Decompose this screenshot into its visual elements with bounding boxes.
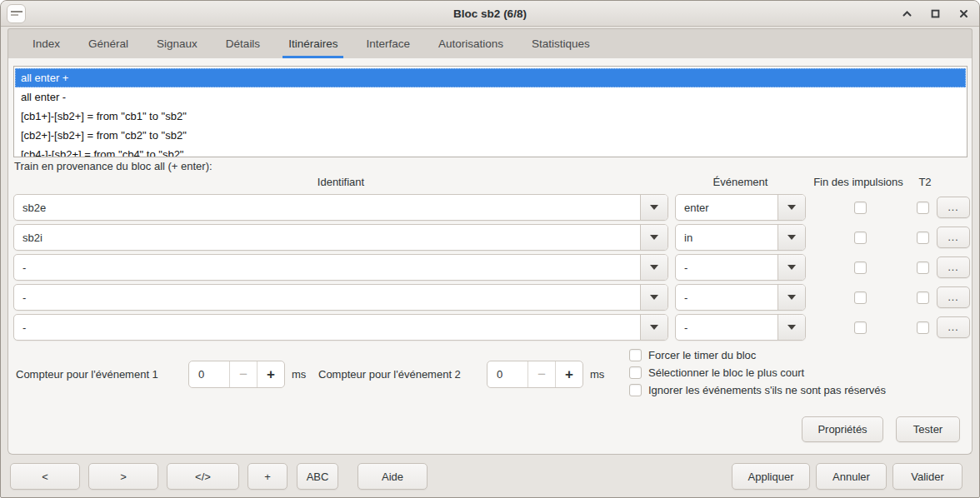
evenement-value: enter: [676, 195, 778, 220]
tab-label: Itinéraires: [288, 37, 338, 50]
fin-impulsions-checkbox-row3[interactable]: [854, 261, 867, 274]
counter2-unit: ms: [590, 368, 604, 381]
t2-checkbox-row5[interactable]: [917, 321, 929, 334]
identifiant-combo-row1[interactable]: sb2e: [13, 194, 668, 221]
valider-button[interactable]: Valider: [892, 463, 962, 490]
identifiant-combo-row2[interactable]: sb2i: [13, 224, 668, 251]
ignorer-evenements-checkbox[interactable]: [629, 384, 642, 396]
tab-details[interactable]: Détails: [212, 29, 274, 58]
tab-itineraires[interactable]: Itinéraires: [274, 29, 352, 58]
evenement-combo-row5[interactable]: -: [675, 314, 806, 341]
tab-label: Signaux: [157, 37, 198, 50]
tab-general[interactable]: Général: [74, 29, 142, 58]
evenement-combo-row4[interactable]: -: [675, 284, 806, 311]
tab-label: Statistiques: [532, 37, 590, 50]
decrement-icon[interactable]: −: [229, 361, 257, 387]
add-button[interactable]: +: [248, 463, 288, 490]
more-button-row1[interactable]: ...: [937, 197, 970, 218]
close-icon[interactable]: [956, 7, 971, 22]
option-ignorer-evenements: Ignorer les événements s'ils ne sont pas…: [629, 382, 886, 397]
annuler-button[interactable]: Annuler: [816, 463, 887, 490]
chevron-down-icon[interactable]: [640, 285, 668, 310]
more-button-row5[interactable]: ...: [937, 316, 970, 338]
evenement-value: -: [676, 285, 778, 310]
chevron-down-icon[interactable]: [778, 255, 805, 280]
list-item[interactable]: [cb1+]-[sb2+] = from "cb1" to "sb2": [15, 107, 966, 126]
identifiant-value: -: [14, 255, 640, 280]
previous-button[interactable]: <: [10, 463, 80, 490]
fin-impulsions-checkbox-row2[interactable]: [854, 232, 867, 244]
appliquer-button[interactable]: Appliquer: [732, 463, 810, 490]
tab-autorisations[interactable]: Autorisations: [424, 29, 518, 58]
identifiant-combo-row3[interactable]: -: [13, 254, 668, 281]
fin-impulsions-checkbox-row4[interactable]: [854, 291, 867, 304]
counter2-spinbutton[interactable]: 0 − +: [487, 361, 583, 388]
abc-button[interactable]: ABC: [297, 463, 338, 490]
dialog-window: Bloc sb2 (6/8) Index Général Signaux Dét…: [0, 0, 980, 498]
bloc-plus-court-checkbox[interactable]: [629, 366, 642, 379]
forcer-timer-checkbox[interactable]: [629, 349, 642, 361]
tab-signaux[interactable]: Signaux: [142, 29, 212, 58]
chevron-down-icon[interactable]: [640, 195, 668, 220]
evenement-combo-row1[interactable]: enter: [675, 194, 806, 221]
section-label: Train en provenance du bloc all (+ enter…: [14, 160, 212, 172]
counter2-label: Compteur pour l'événement 2: [318, 368, 461, 381]
counter1-label: Compteur pour l'événement 1: [16, 368, 158, 381]
aide-button[interactable]: Aide: [358, 463, 428, 490]
tab-label: Interface: [366, 37, 410, 50]
tab-index[interactable]: Index: [18, 29, 74, 58]
fin-impulsions-checkbox-row1[interactable]: [854, 202, 867, 214]
titlebar: Bloc sb2 (6/8): [1, 1, 979, 27]
tab-interface[interactable]: Interface: [352, 29, 424, 58]
evenement-value: in: [676, 225, 778, 250]
more-button-row4[interactable]: ...: [937, 286, 970, 308]
chevron-down-icon[interactable]: [778, 285, 805, 310]
maximize-icon[interactable]: [928, 7, 942, 22]
evenement-combo-row3[interactable]: -: [675, 254, 806, 281]
proprietes-button[interactable]: Propriétés: [802, 416, 883, 442]
column-header-evenement: Événement: [675, 176, 806, 188]
identifiant-value: -: [14, 285, 640, 310]
chevron-down-icon[interactable]: [640, 225, 668, 250]
identifiant-combo-row4[interactable]: -: [13, 284, 668, 311]
t2-checkbox-row2[interactable]: [917, 232, 929, 244]
option-label: Forcer le timer du bloc: [648, 349, 756, 361]
chevron-down-icon[interactable]: [778, 225, 805, 250]
more-button-row2[interactable]: ...: [937, 227, 970, 248]
next-button[interactable]: >: [88, 463, 158, 490]
list-item[interactable]: all enter -: [15, 87, 966, 107]
t2-checkbox-row1[interactable]: [917, 202, 929, 214]
list-item[interactable]: all enter +: [15, 68, 966, 87]
fin-impulsions-checkbox-row5[interactable]: [854, 321, 867, 334]
chevron-down-icon[interactable]: [778, 195, 805, 220]
counter1-value[interactable]: 0: [189, 361, 229, 387]
option-bloc-plus-court: Sélectionner le bloc le plus court: [629, 365, 804, 380]
itineraires-page: all enter + all enter - [cb1+]-[sb2+] = …: [8, 58, 972, 455]
xml-button[interactable]: </>: [167, 463, 239, 490]
tab-statistiques[interactable]: Statistiques: [518, 29, 604, 58]
counter1-unit: ms: [292, 368, 306, 381]
increment-icon[interactable]: +: [555, 361, 582, 387]
counter2-value[interactable]: 0: [488, 361, 528, 387]
list-item[interactable]: [cb2+]-[sb2+] = from "cb2" to "sb2": [15, 126, 966, 145]
more-button-row3[interactable]: ...: [937, 256, 970, 278]
list-item[interactable]: [cb4-]-[sb2+] = from "cb4" to "sb2": [15, 145, 966, 157]
evenement-combo-row2[interactable]: in: [675, 224, 806, 251]
chevron-down-icon[interactable]: [778, 315, 805, 340]
chevron-down-icon[interactable]: [640, 255, 668, 280]
routes-list: all enter + all enter - [cb1+]-[sb2+] = …: [13, 66, 968, 157]
increment-icon[interactable]: +: [257, 361, 284, 387]
counter1-spinbutton[interactable]: 0 − +: [188, 361, 285, 388]
t2-checkbox-row4[interactable]: [917, 291, 929, 304]
decrement-icon[interactable]: −: [528, 361, 555, 387]
evenement-value: -: [676, 315, 778, 340]
identifiant-combo-row5[interactable]: -: [13, 314, 668, 341]
chevron-down-icon[interactable]: [640, 315, 668, 340]
t2-checkbox-row3[interactable]: [917, 261, 929, 274]
column-header-identifiant: Identifiant: [13, 176, 668, 188]
column-header-t2: T2: [913, 176, 937, 188]
option-label: Sélectionner le bloc le plus court: [648, 366, 804, 379]
tester-button[interactable]: Tester: [896, 416, 960, 442]
option-forcer-timer: Forcer le timer du bloc: [629, 347, 756, 362]
minimize-icon[interactable]: [899, 7, 914, 22]
